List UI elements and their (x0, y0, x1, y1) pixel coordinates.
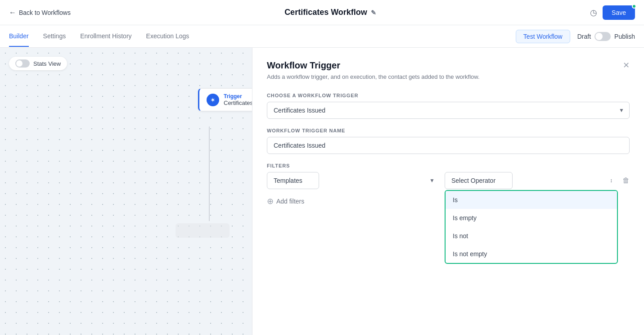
filters-row: Templates ▼ Select Operator Is Is empty … (267, 172, 630, 189)
top-nav: ← Back to Workflows Certificates Workflo… (0, 0, 644, 25)
nav-right: ◷ Save (590, 5, 635, 20)
back-label: Back to Workflows (19, 9, 71, 16)
publish-area: Draft Publish (577, 32, 635, 41)
trigger-select[interactable]: Certificates Issued (267, 102, 630, 119)
workflow-title-area: Certificates Workflow ✎ (284, 8, 376, 17)
filter-operator-wrapper[interactable]: Select Operator Is Is empty Is not Is no… (445, 172, 618, 189)
publish-toggle[interactable] (594, 32, 611, 41)
operator-dropdown[interactable]: Is Is empty Is not Is not empty (445, 190, 618, 264)
trigger-node[interactable]: ✶ Trigger Certificates (198, 88, 252, 111)
stats-switch[interactable] (15, 59, 30, 68)
workflow-canvas[interactable]: Stats View ✶ Trigger Certificates (0, 48, 252, 335)
edit-title-icon[interactable]: ✎ (371, 9, 376, 16)
choose-trigger-label: CHOOSE A WORKFLOW TRIGGER (267, 93, 630, 98)
connector-line (209, 127, 210, 221)
tab-enrollment-history[interactable]: Enrollment History (80, 26, 131, 47)
operator-chevron-icon: ↕ (610, 177, 612, 184)
tab-settings[interactable]: Settings (43, 26, 66, 47)
operator-option-is[interactable]: Is (446, 191, 617, 209)
operator-option-is-empty[interactable]: Is empty (446, 209, 617, 227)
tab-execution-logs[interactable]: Execution Logs (146, 26, 189, 47)
panel-header: Workflow Trigger ✕ (267, 60, 630, 71)
filter-field-chevron-icon: ▼ (429, 177, 435, 184)
panel-title: Workflow Trigger (267, 60, 340, 71)
stats-toggle[interactable]: Stats View (9, 57, 67, 70)
add-filters-button[interactable]: ⊕ Add filters (267, 196, 304, 206)
filter-field-select[interactable]: Templates (267, 172, 319, 189)
save-button[interactable]: Save (603, 5, 635, 20)
filter-operator-select[interactable]: Select Operator Is Is empty Is not Is no… (445, 172, 513, 189)
add-filters-icon: ⊕ (267, 196, 274, 206)
toggle-knob (595, 33, 603, 40)
add-filters-label: Add filters (276, 198, 304, 205)
tabs: Builder Settings Enrollment History Exec… (9, 26, 189, 47)
stats-knob (16, 60, 23, 67)
filter-field-wrapper: Templates ▼ (267, 172, 440, 189)
ghost-node (176, 223, 230, 238)
workflow-title: Certificates Workflow (284, 8, 367, 17)
stats-toggle-label: Stats View (33, 60, 61, 67)
trigger-name-input[interactable] (267, 137, 630, 154)
tab-bar: Builder Settings Enrollment History Exec… (0, 25, 644, 48)
right-panel: Workflow Trigger ✕ Adds a workflow trigg… (252, 48, 644, 335)
trigger-name-label: WORKFLOW TRIGGER NAME (267, 128, 630, 133)
main-area: Stats View ✶ Trigger Certificates Workfl… (0, 48, 644, 335)
publish-label: Publish (614, 33, 635, 40)
back-arrow-icon: ← (9, 9, 16, 17)
trigger-node-name: Certificates (224, 100, 252, 106)
save-dot-indicator (632, 4, 636, 9)
panel-subtitle: Adds a workflow trigger, and on executio… (267, 73, 630, 80)
operator-option-is-not[interactable]: Is not (446, 227, 617, 245)
filters-label: FILTERS (267, 163, 630, 168)
history-icon[interactable]: ◷ (590, 8, 597, 18)
close-button[interactable]: ✕ (623, 60, 630, 70)
test-workflow-button[interactable]: Test Workflow (516, 30, 570, 43)
trigger-select-wrapper: Certificates Issued ▼ (267, 102, 630, 119)
tab-builder[interactable]: Builder (9, 26, 29, 47)
trigger-node-label: Trigger (224, 93, 252, 100)
delete-filter-button[interactable]: 🗑 (622, 177, 630, 185)
tab-right: Test Workflow Draft Publish (516, 30, 635, 43)
operator-option-is-not-empty[interactable]: Is not empty (446, 245, 617, 263)
trigger-icon: ✶ (207, 94, 219, 106)
draft-label: Draft (577, 33, 591, 40)
back-button[interactable]: ← Back to Workflows (9, 9, 71, 17)
trigger-info: Trigger Certificates (224, 93, 252, 106)
